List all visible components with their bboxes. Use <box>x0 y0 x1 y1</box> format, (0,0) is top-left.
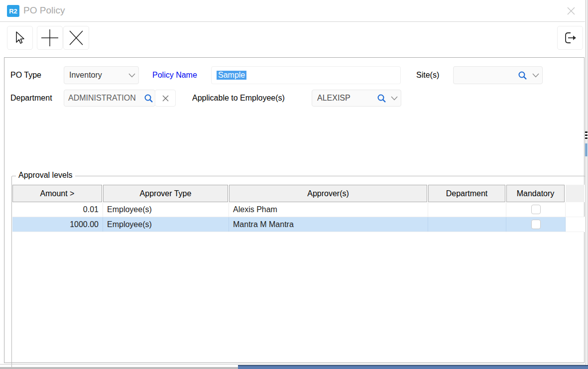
po-policy-form-panel: PO Type Inventory Policy Name Sample Sit… <box>4 57 585 363</box>
chevron-down-icon <box>125 73 138 78</box>
column-header-filler <box>566 185 585 202</box>
plus-icon <box>40 28 60 48</box>
department-label: Department <box>10 94 52 103</box>
search-icon[interactable] <box>142 94 155 103</box>
select-pointer-button[interactable] <box>7 26 33 50</box>
approval-levels-table: Amount > Approver Type Approver(s) Depar… <box>12 185 585 232</box>
filler-cell <box>566 202 585 217</box>
column-header-mandatory[interactable]: Mandatory <box>506 185 565 202</box>
search-icon[interactable] <box>375 94 388 103</box>
department-cell <box>428 202 506 217</box>
app-logo: R2 <box>7 5 19 17</box>
background-window-right-sliver <box>585 0 588 369</box>
column-header-approver-type[interactable]: Approver Type <box>103 185 228 202</box>
applicable-employees-input[interactable]: ALEXISP <box>312 90 401 107</box>
delete-x-icon <box>67 29 85 47</box>
column-header-amount[interactable]: Amount > <box>12 185 102 202</box>
clear-department-button[interactable] <box>155 90 176 107</box>
pointer-icon <box>12 30 27 45</box>
mandatory-checkbox[interactable] <box>531 205 541 214</box>
department-cell <box>428 217 506 232</box>
department-input[interactable]: ADMINISTRATION <box>64 90 155 107</box>
background-bottom-blue-bar <box>238 365 588 369</box>
table-header-row: Amount > Approver Type Approver(s) Depar… <box>12 185 585 202</box>
table-row-selected[interactable]: 1000.00 Employee(s) Mantra M Mantra <box>12 217 585 232</box>
amount-cell: 0.01 <box>12 202 103 217</box>
column-header-approvers[interactable]: Approver(s) <box>229 185 427 202</box>
mandatory-checkbox[interactable] <box>531 220 541 229</box>
mandatory-cell <box>506 217 566 232</box>
delete-row-button[interactable] <box>63 26 89 50</box>
policy-name-input[interactable]: Sample <box>211 66 401 84</box>
dialog-bottom-border <box>0 364 585 365</box>
add-row-button[interactable] <box>37 26 63 50</box>
sites-label: Site(s) <box>416 71 439 80</box>
background-window-detail <box>585 143 588 156</box>
amount-cell: 1000.00 <box>12 217 103 232</box>
approvers-cell: Mantra M Mantra <box>229 217 428 232</box>
mandatory-cell <box>506 202 566 217</box>
table-row[interactable]: 0.01 Employee(s) Alexis Pham <box>12 202 585 217</box>
applicable-employees-value: ALEXISP <box>312 94 375 103</box>
sites-input[interactable] <box>453 66 543 84</box>
filler-cell <box>566 217 585 232</box>
clear-x-icon <box>162 95 169 102</box>
background-bottom-gray-bar <box>0 367 238 369</box>
approver-type-cell: Employee(s) <box>103 202 229 217</box>
policy-name-value: Sample <box>217 71 246 80</box>
po-type-label: PO Type <box>10 71 41 80</box>
window-title: PO Policy <box>23 5 65 16</box>
po-type-value: Inventory <box>64 71 125 80</box>
close-icon[interactable] <box>566 6 576 16</box>
approval-levels-group-label: Approval levels <box>16 171 75 180</box>
search-icon[interactable] <box>515 71 529 80</box>
approval-levels-group: Approval levels Amount > Approver Type A… <box>11 176 586 369</box>
column-header-department[interactable]: Department <box>428 185 505 202</box>
applicable-employees-label: Applicable to Employee(s) <box>192 94 285 103</box>
chevron-down-icon[interactable] <box>388 96 401 101</box>
approver-type-cell: Employee(s) <box>103 217 229 232</box>
exit-button[interactable] <box>557 26 583 50</box>
exit-icon <box>562 30 578 46</box>
po-type-dropdown[interactable]: Inventory <box>64 66 139 84</box>
background-window-detail <box>585 131 588 139</box>
title-bar: R2 PO Policy <box>0 0 585 22</box>
department-value: ADMINISTRATION <box>64 94 142 103</box>
approvers-cell: Alexis Pham <box>229 202 428 217</box>
chevron-down-icon[interactable] <box>529 73 542 78</box>
policy-name-label: Policy Name <box>152 71 197 80</box>
